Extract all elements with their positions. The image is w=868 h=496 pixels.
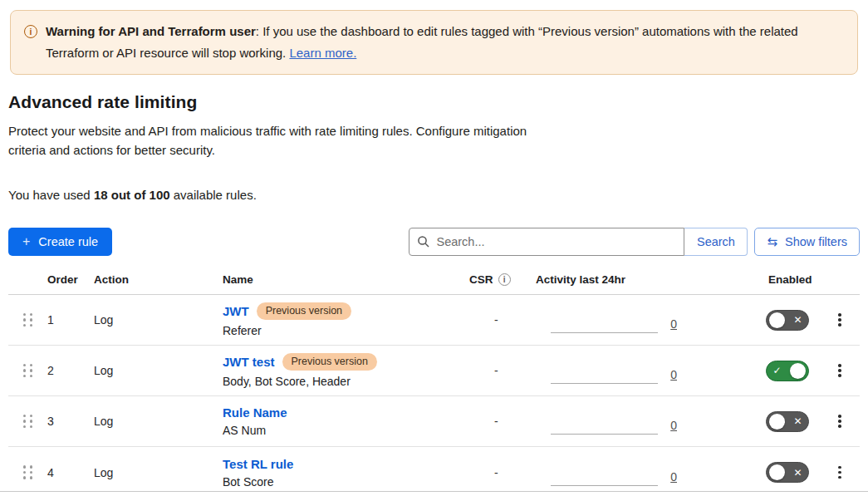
table-header-row: Order Action Name CSRi Activity last 24h… (8, 273, 860, 295)
rule-name-link[interactable]: Rule Name (223, 405, 287, 420)
header-csr: CSRi (469, 273, 536, 286)
row-menu-cell (820, 462, 860, 484)
rule-criteria: Body, Bot Score, Header (223, 375, 469, 388)
row-menu-cell (820, 410, 860, 432)
search-box (409, 228, 684, 256)
name-cell: JWT test Previous version Body, Bot Scor… (223, 353, 469, 388)
kebab-menu-icon[interactable] (831, 462, 848, 484)
order-cell: 2 (47, 364, 94, 377)
csr-info-icon[interactable]: i (498, 273, 511, 286)
action-cell: Log (94, 364, 223, 377)
drag-handle-cell (8, 411, 47, 431)
create-rule-button[interactable]: + Create rule (8, 228, 112, 256)
rule-name-link[interactable]: JWT (223, 304, 249, 318)
activity-sparkline (551, 434, 658, 435)
table-row: 1 Log JWT Previous version Referer - 0 ✕ (8, 295, 860, 346)
previous-version-badge: Previous version (282, 353, 377, 371)
kebab-menu-icon[interactable] (831, 360, 848, 381)
enabled-toggle[interactable]: ✕ (766, 462, 809, 483)
activity-cell: 0 (536, 295, 694, 345)
toggle-state-icon: ✕ (790, 415, 806, 427)
activity-sparkline (551, 332, 658, 333)
warning-info-icon: i (24, 25, 37, 38)
activity-count-link[interactable]: 0 (670, 470, 677, 484)
search-group: Search (409, 228, 748, 256)
order-cell: 3 (47, 415, 94, 428)
action-cell: Log (94, 466, 223, 479)
activity-cell: 0 (536, 346, 694, 395)
toggle-state-icon: ✓ (769, 365, 785, 376)
activity-count-link[interactable]: 0 (670, 368, 677, 381)
activity-cell: 0 (536, 447, 694, 496)
swap-arrows-icon: ⇆ (767, 234, 777, 249)
header-name: Name (223, 273, 469, 286)
table-row: 4 Log Test RL rule Bot Score - 0 ✕ (8, 447, 860, 496)
rule-criteria: AS Num (223, 424, 469, 437)
csr-cell: - (469, 415, 536, 428)
usage-summary: You have used 18 out of 100 available ru… (8, 188, 860, 202)
header-activity: Activity last 24hr (536, 273, 694, 286)
table-row: 3 Log Rule Name AS Num - 0 ✕ (8, 396, 860, 447)
drag-handle-cell (8, 462, 47, 482)
activity-sparkline (551, 383, 658, 384)
action-cell: Log (94, 313, 223, 327)
order-cell: 1 (47, 313, 94, 327)
show-filters-button[interactable]: ⇆ Show filters (754, 228, 860, 256)
toggle-state-icon: ✕ (790, 467, 806, 479)
row-menu-cell (820, 309, 860, 331)
csr-cell: - (469, 313, 536, 327)
table-row: 2 Log JWT test Previous version Body, Bo… (8, 346, 860, 396)
activity-count-link[interactable]: 0 (670, 419, 677, 432)
enabled-cell: ✕ (694, 462, 820, 483)
kebab-menu-icon[interactable] (831, 410, 848, 432)
drag-handle-cell (8, 310, 47, 330)
row-menu-cell (820, 360, 860, 381)
usage-suffix: available rules. (170, 188, 257, 202)
action-cell: Log (94, 415, 223, 428)
rule-criteria: Referer (223, 324, 469, 337)
rate-limiting-page: i Warning for API and Terraform user: If… (0, 0, 868, 496)
rules-table: Order Action Name CSRi Activity last 24h… (8, 273, 860, 496)
enabled-toggle[interactable]: ✓ (766, 361, 809, 381)
learn-more-link[interactable]: Learn more. (289, 46, 356, 60)
enabled-toggle[interactable]: ✕ (766, 310, 809, 331)
order-cell: 4 (47, 466, 94, 479)
kebab-menu-icon[interactable] (831, 309, 848, 331)
page-description: Protect your website and API from malici… (8, 121, 527, 160)
csr-cell: - (469, 466, 536, 479)
toggle-state-icon: ✕ (790, 314, 806, 326)
warning-title: Warning for API and Terraform user (46, 24, 256, 38)
toolbar: + Create rule Search ⇆ Show filters (8, 228, 860, 256)
name-cell: JWT Previous version Referer (223, 302, 469, 337)
name-cell: Rule Name AS Num (223, 405, 469, 437)
bottom-divider (0, 491, 868, 492)
search-input[interactable] (409, 228, 684, 256)
toggle-knob (769, 414, 785, 430)
plus-icon: + (22, 234, 30, 249)
enabled-cell: ✕ (694, 411, 820, 432)
header-csr-label: CSR (469, 273, 493, 286)
drag-handle-icon[interactable] (22, 361, 35, 381)
page-title: Advanced rate limiting (8, 92, 860, 112)
search-icon (417, 235, 430, 248)
usage-count: 18 out of 100 (94, 188, 170, 202)
activity-count-link[interactable]: 0 (670, 317, 677, 331)
drag-handle-icon[interactable] (22, 310, 35, 330)
search-button[interactable]: Search (684, 228, 748, 256)
rule-criteria: Bot Score (223, 475, 469, 489)
rule-name-link[interactable]: Test RL rule (223, 457, 293, 471)
enabled-toggle[interactable]: ✕ (766, 411, 809, 432)
usage-prefix: You have used (8, 188, 94, 202)
drag-handle-icon[interactable] (22, 411, 35, 431)
warning-text: Warning for API and Terraform user: If y… (46, 21, 842, 64)
header-action: Action (94, 273, 223, 286)
toggle-knob (790, 363, 806, 379)
drag-handle-icon[interactable] (22, 462, 35, 482)
activity-sparkline (551, 485, 658, 486)
enabled-cell: ✓ (694, 361, 820, 381)
table-body: 1 Log JWT Previous version Referer - 0 ✕ (8, 295, 860, 496)
rule-name-link[interactable]: JWT test (223, 355, 275, 369)
warning-banner: i Warning for API and Terraform user: If… (10, 10, 858, 75)
show-filters-label: Show filters (785, 235, 847, 248)
csr-cell: - (469, 364, 536, 377)
